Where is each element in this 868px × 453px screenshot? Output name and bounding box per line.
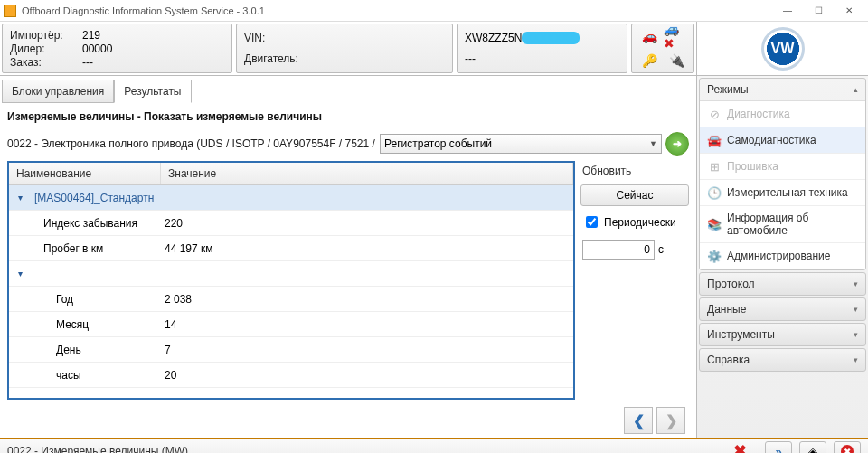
cell-name: День bbox=[31, 344, 161, 356]
event-recorder-combo[interactable]: Регистратор событий ▼ bbox=[380, 134, 662, 154]
statusbar: 0022 - Измеряемые величины (MW) ✖ » ◈ ✖ bbox=[0, 438, 868, 453]
status-buttons: » ◈ ✖ bbox=[765, 441, 861, 453]
cell-name: часы bbox=[31, 369, 161, 382]
window-title: Offboard Diagnostic Information System S… bbox=[22, 5, 772, 16]
close-x-icon[interactable]: ✖ bbox=[733, 441, 747, 453]
importer-label: Импортёр: bbox=[10, 29, 82, 42]
table-row[interactable]: часы20 bbox=[9, 363, 573, 388]
chevron-down-icon: ▾ bbox=[854, 355, 858, 364]
sb-item-label: Диагностика bbox=[727, 108, 790, 120]
table-group-row[interactable]: ▾ bbox=[9, 261, 573, 287]
cell-value: 44 197 км bbox=[161, 242, 573, 255]
car-icon[interactable]: 🚗 bbox=[637, 26, 662, 46]
no-vehicle-icon[interactable]: 🚙✖ bbox=[664, 26, 689, 46]
sb-header-modes[interactable]: Режимы▴ bbox=[700, 79, 865, 100]
next-button[interactable]: ❯ bbox=[656, 407, 685, 434]
status-text: 0022 - Измеряемые величины (MW) bbox=[7, 445, 188, 453]
minimize-button[interactable]: — bbox=[772, 2, 803, 20]
sb-item-label: Прошивка bbox=[727, 160, 778, 173]
maximize-button[interactable]: ☐ bbox=[803, 2, 834, 20]
cell-value: 20 bbox=[161, 369, 573, 382]
key-icon[interactable]: 🔑 bbox=[637, 51, 662, 71]
book-icon: 📚 bbox=[707, 217, 722, 231]
sb-item-label: Информация об автомобиле bbox=[727, 212, 858, 237]
vin-redacted: XXXXXXX bbox=[522, 32, 580, 44]
table-header: Наименование Значение bbox=[9, 163, 573, 185]
cell-value: 220 bbox=[161, 217, 573, 230]
expand-icon[interactable]: ▾ bbox=[9, 193, 31, 203]
sb-item-vehicle-info[interactable]: 📚Информация об автомобиле bbox=[700, 206, 865, 243]
gear-icon: ⚙️ bbox=[707, 249, 722, 263]
cell-name: Индекс забывания bbox=[31, 217, 161, 230]
order-value: --- bbox=[82, 56, 155, 69]
refresh-now-button[interactable]: Сейчас bbox=[580, 184, 689, 206]
nav-buttons: ❮ ❯ bbox=[2, 403, 694, 438]
engine-label: Двигатель: bbox=[244, 52, 316, 65]
forward-button[interactable]: » bbox=[765, 441, 792, 453]
table-row[interactable]: Год2 038 bbox=[9, 287, 573, 312]
brand-logo-box: VW bbox=[696, 22, 868, 75]
cell-value: 14 bbox=[161, 318, 573, 331]
interval-input[interactable] bbox=[582, 240, 655, 260]
close-button[interactable]: ✕ bbox=[834, 2, 864, 20]
sb-header-label: Режимы bbox=[707, 83, 749, 96]
main-area: Блоки управления Результаты Измеряемые в… bbox=[0, 76, 868, 438]
stop-button[interactable]: ✖ bbox=[834, 441, 861, 453]
module-label: 0022 - Электроника полного привода (UDS … bbox=[7, 137, 376, 150]
table-row[interactable]: День7 bbox=[9, 337, 573, 363]
periodic-checkbox[interactable] bbox=[586, 216, 598, 228]
refresh-panel: Обновить Сейчас Периодически с bbox=[580, 161, 689, 400]
sb-item-label: Измерительная техника bbox=[727, 186, 848, 199]
chevron-down-icon: ▾ bbox=[854, 279, 858, 288]
prev-button[interactable]: ❮ bbox=[624, 407, 653, 434]
col-value[interactable]: Значение bbox=[161, 163, 573, 184]
sb-section-tools[interactable]: Инструменты▾ bbox=[699, 323, 866, 346]
right-sidebar: Режимы▴ ⊘Диагностика 🚘Самодиагностика ⊞П… bbox=[696, 76, 868, 438]
cell-name: Месяц bbox=[31, 318, 161, 331]
table-row[interactable]: Индекс забывания220 bbox=[9, 211, 573, 236]
main-left: Блоки управления Результаты Измеряемые в… bbox=[0, 76, 696, 438]
sb-section-modes: Режимы▴ ⊘Диагностика 🚘Самодиагностика ⊞П… bbox=[699, 78, 866, 270]
sb-header-label: Справка bbox=[707, 354, 750, 366]
chevron-down-icon: ▾ bbox=[854, 305, 858, 314]
vw-logo-icon: VW bbox=[761, 27, 805, 71]
connection-icons: 🚗 🚙✖ 🔑 🔌 bbox=[631, 24, 694, 73]
cell-value: 2 038 bbox=[161, 293, 573, 306]
refresh-label: Обновить bbox=[580, 163, 689, 179]
table-group-row[interactable]: ▾ [MAS00464]_Стандартн bbox=[9, 185, 573, 211]
sb-header-label: Данные bbox=[707, 303, 746, 316]
module-row: 0022 - Электроника полного привода (UDS … bbox=[2, 130, 694, 157]
table-row[interactable]: Месяц14 bbox=[9, 312, 573, 337]
go-button[interactable]: ➜ bbox=[665, 132, 689, 156]
app-icon bbox=[4, 5, 16, 17]
sb-section-help[interactable]: Справка▾ bbox=[699, 348, 866, 372]
expand-icon[interactable]: ▾ bbox=[9, 269, 31, 278]
usb-icon[interactable]: 🔌 bbox=[664, 51, 689, 71]
sb-item-measurement[interactable]: 🕒Измерительная техника bbox=[700, 180, 865, 206]
window-titlebar: Offboard Diagnostic Information System S… bbox=[0, 0, 868, 22]
tab-results[interactable]: Результаты bbox=[114, 80, 191, 103]
measurements-table: Наименование Значение ▾ [MAS00464]_Станд… bbox=[7, 161, 575, 400]
target-button[interactable]: ◈ bbox=[799, 441, 826, 453]
gauge-icon: 🕒 bbox=[707, 185, 722, 200]
group-label: [MAS00464]_Стандартн bbox=[31, 192, 573, 204]
chevron-down-icon: ▾ bbox=[854, 330, 858, 339]
sb-header-label: Инструменты bbox=[707, 328, 775, 341]
sb-item-flash: ⊞Прошивка bbox=[700, 154, 865, 180]
data-block: Наименование Значение ▾ [MAS00464]_Станд… bbox=[2, 157, 694, 403]
table-body: ▾ [MAS00464]_Стандартн Индекс забывания2… bbox=[9, 185, 573, 388]
vin-value-box: XW8ZZZ5NXXXXXXX --- bbox=[457, 24, 627, 73]
tab-control-units[interactable]: Блоки управления bbox=[2, 80, 114, 103]
table-row[interactable]: Пробег в км44 197 км bbox=[9, 236, 573, 261]
sb-header-label: Протокол bbox=[707, 278, 755, 290]
sb-item-self-diagnostics[interactable]: 🚘Самодиагностика bbox=[700, 127, 865, 154]
sb-item-admin[interactable]: ⚙️Администрирование bbox=[700, 243, 865, 269]
car-icon: 🚘 bbox=[707, 133, 722, 147]
sb-item-label: Администрирование bbox=[727, 250, 830, 262]
cell-name: Пробег в км bbox=[31, 242, 161, 255]
sb-section-protocol[interactable]: Протокол▾ bbox=[699, 272, 866, 296]
sb-item-diagnostics: ⊘Диагностика bbox=[700, 101, 865, 127]
panel-title: Измеряемые величины - Показать измеряемы… bbox=[2, 103, 694, 130]
sb-section-data[interactable]: Данные▾ bbox=[699, 297, 866, 321]
col-name[interactable]: Наименование bbox=[9, 163, 161, 184]
